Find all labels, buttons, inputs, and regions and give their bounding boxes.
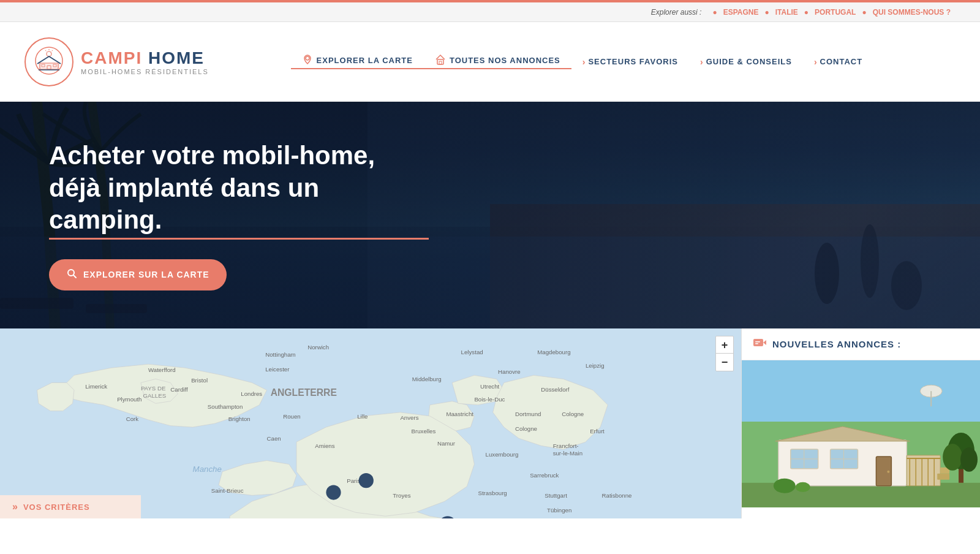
main-content: Manche Lime [0,328,980,518]
svg-text:Strasbourg: Strasbourg [478,490,507,496]
house-icon [435,54,446,67]
svg-text:Lille: Lille [357,413,368,420]
hero-cta-button[interactable]: EXPLORER SUR LA CARTE [49,259,227,290]
logo-text: CAMPI HOME MOBIL-HOMES RÉSIDENTIELS [81,48,209,75]
svg-text:Middelburg: Middelburg [412,376,442,382]
nav-secteurs-favoris[interactable]: › SECTEURS FAVORIS [571,57,689,67]
svg-text:ANGLETERRE: ANGLETERRE [271,387,337,398]
svg-text:Rouen: Rouen [283,413,301,420]
svg-text:Tübingen: Tübingen [547,507,571,514]
hero-content: Acheter votre mobil-home, déjà implanté … [0,140,429,290]
svg-text:Plymouth: Plymouth [117,396,141,403]
svg-line-23 [74,275,76,278]
top-bar: Explorer aussi : ● ESPAGNE ● ITALIE ● PO… [0,2,980,22]
svg-line-6 [45,50,47,51]
map-container[interactable]: Manche Lime [0,328,741,518]
dot-1: ● [712,8,717,17]
svg-text:Southampton: Southampton [208,403,243,410]
logo-brand: CAMPI HOME [81,48,209,68]
top-link-italie[interactable]: ITALIE [775,8,798,17]
svg-text:Bois-le-Duc: Bois-le-Duc [474,396,505,403]
svg-text:Manche: Manche [193,465,222,474]
logo-sub: MOBIL-HOMES RÉSIDENTIELS [81,68,209,75]
dot-2: ● [764,8,769,17]
svg-point-108 [796,482,810,492]
arrow-icon-contact: › [814,57,818,67]
svg-text:Magdebourg: Magdebourg [537,349,570,355]
svg-rect-12 [437,59,443,64]
nav-guide-conseils[interactable]: › GUIDE & CONSEILS [689,57,803,67]
svg-rect-86 [907,455,940,486]
svg-text:Saint-Brieuc: Saint-Brieuc [211,487,244,494]
logo-campi: CAMPI [81,48,142,67]
svg-rect-93 [937,474,949,480]
svg-text:Sarrebruck: Sarrebruck [530,472,559,479]
zoom-in-button[interactable]: + [716,336,733,354]
sidebar-header: NOUVELLES ANNONCES : [742,328,980,360]
svg-text:Erfurt: Erfurt [590,428,605,434]
svg-marker-76 [763,340,766,345]
svg-point-105 [943,444,962,471]
nav-toutes-annonces[interactable]: TOUTES NOS ANNONCES [424,54,571,69]
arrow-icon-guide: › [700,57,704,67]
svg-text:Brighton: Brighton [228,416,251,422]
criteria-arrow-icon: » [12,501,18,512]
svg-text:Maastricht: Maastricht [446,411,473,417]
svg-point-106 [960,447,978,472]
main-nav: EXPLORER LA CARTE TOUTES NOS ANNONCES › … [209,54,956,69]
svg-text:Utrecht: Utrecht [480,383,499,390]
svg-point-107 [774,479,796,493]
svg-text:Norwich: Norwich [307,344,329,351]
hero-title-line1: Acheter votre mobil-home, [49,141,375,170]
svg-text:Stuttgart: Stuttgart [545,492,567,499]
arrow-icon-secteurs: › [582,57,586,67]
svg-rect-78 [755,343,758,344]
nav-label-guide-conseils: GUIDE & CONSEILS [706,57,792,66]
top-link-espagne[interactable]: ESPAGNE [723,8,759,17]
criteria-label: VOS CRITÈRES [23,503,90,512]
map-section: Manche Lime [0,328,741,518]
tag-icon [753,337,766,351]
svg-text:GALLES: GALLES [143,392,167,399]
svg-point-102 [887,471,889,473]
dot-4: ● [862,8,866,17]
header: CAMPI HOME MOBIL-HOMES RÉSIDENTIELS EXPL… [0,22,980,102]
svg-text:Londres: Londres [241,390,262,397]
svg-text:Limerick: Limerick [85,383,107,390]
svg-text:Hanovre: Hanovre [498,368,521,375]
svg-text:Nottingham: Nottingham [265,351,295,358]
svg-rect-75 [753,339,763,346]
logo-area[interactable]: CAMPI HOME MOBIL-HOMES RÉSIDENTIELS [24,37,209,86]
nav-contact[interactable]: › CONTACT [803,57,873,67]
svg-text:Francfort-: Francfort- [553,442,579,449]
criteria-bar[interactable]: » VOS CRITÈRES [0,495,141,518]
svg-text:Cologne: Cologne [515,425,537,432]
sidebar-listing-image[interactable] [742,360,980,507]
logo-house-icon [34,45,64,78]
svg-line-5 [52,50,53,51]
svg-point-73 [359,473,374,488]
search-icon [66,268,77,282]
svg-text:Troyes: Troyes [393,492,410,499]
svg-text:Cologne: Cologne [562,411,584,417]
svg-text:Bristol: Bristol [191,377,208,384]
svg-text:Leicester: Leicester [265,366,290,373]
top-link-qui-sommes-nous[interactable]: QUI SOMMES-NOUS ? [873,8,951,17]
logo-circle [24,37,74,86]
svg-text:Cardiff: Cardiff [170,386,188,393]
map-controls: + − [715,336,734,371]
svg-text:Leipzig: Leipzig [586,362,605,369]
svg-text:Ratisbonne: Ratisbonne [602,492,632,499]
house-scene [742,360,980,507]
svg-point-3 [47,51,51,56]
nav-explorer-carte[interactable]: EXPLORER LA CARTE [291,54,424,69]
sidebar: NOUVELLES ANNONCES : [741,328,980,518]
hero-title-line2: déjà implanté dans un camping. [49,172,429,240]
zoom-out-button[interactable]: − [716,354,733,371]
svg-text:Caen: Caen [267,435,281,442]
svg-point-72 [326,485,341,499]
svg-text:sur-le-Main: sur-le-Main [553,450,582,457]
nav-label-explorer-carte: EXPLORER LA CARTE [317,56,413,65]
hero-cta-label: EXPLORER SUR LA CARTE [83,270,209,279]
top-link-portugal[interactable]: PORTUGAL [815,8,856,17]
